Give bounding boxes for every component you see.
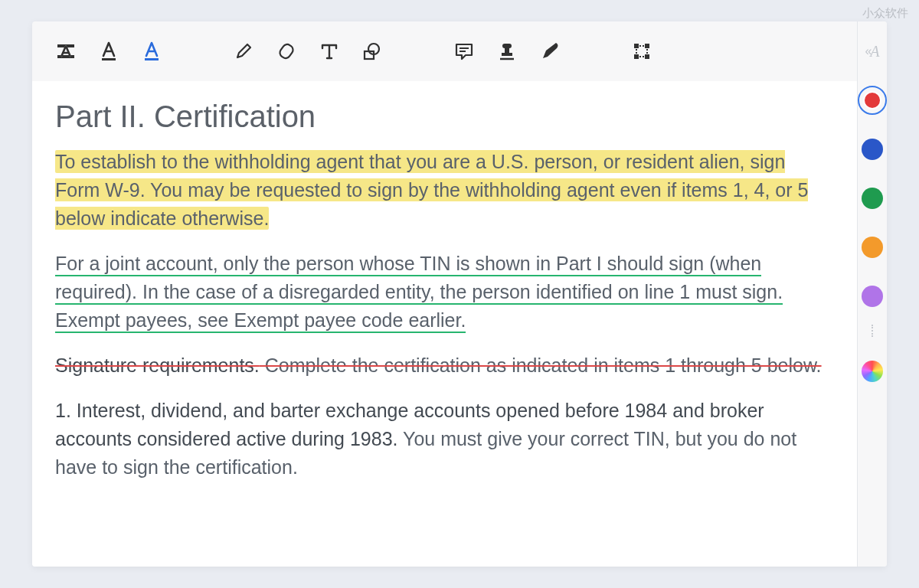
font-glyph-icon: A	[870, 43, 879, 60]
doc-heading: Part II. Certification	[55, 100, 834, 134]
text-style-icon[interactable]	[46, 31, 86, 71]
underline-span[interactable]: For a joint account, only the person who…	[55, 253, 783, 333]
swatch-dot	[862, 139, 883, 160]
note-icon[interactable]	[444, 31, 484, 71]
color-swatch-list	[858, 86, 887, 386]
doc-paragraph-strikeout: Signature requirements. Complete the cer…	[55, 351, 834, 380]
main-panel: Part II. Certification To establish to t…	[32, 21, 857, 567]
strike-span-b[interactable]: Complete the certification as indicated …	[260, 354, 822, 376]
underline-color-icon[interactable]	[132, 31, 172, 71]
app-window: Part II. Certification To establish to t…	[32, 21, 887, 567]
svg-rect-10	[634, 44, 639, 48]
color-side-panel: « A	[857, 21, 887, 567]
underline-icon[interactable]	[89, 31, 129, 71]
signature-icon[interactable]	[530, 31, 570, 71]
pencil-icon[interactable]	[224, 31, 263, 71]
document-view: Part II. Certification To establish to t…	[32, 81, 857, 567]
doc-paragraph-plain: 1. Interest, dividend, and barter exchan…	[55, 397, 834, 482]
svg-rect-1	[57, 55, 74, 58]
annotation-toolbar	[32, 21, 857, 81]
svg-rect-12	[634, 54, 639, 59]
swatch-dot	[862, 286, 883, 307]
color-swatch-blue[interactable]	[858, 135, 887, 164]
watermark-label: 小众软件	[862, 6, 908, 21]
draw-group	[224, 31, 392, 71]
strike-span-a[interactable]: Signature requirements.	[55, 354, 260, 376]
color-swatch-purple[interactable]	[858, 282, 887, 311]
text-insert-icon[interactable]	[309, 31, 349, 71]
select-area-icon[interactable]	[622, 31, 662, 71]
eraser-icon[interactable]	[267, 31, 306, 71]
color-swatch-custom[interactable]	[858, 357, 887, 386]
doc-paragraph-highlighted: To establish to the withholding agent th…	[55, 148, 834, 233]
swatch-dot	[863, 91, 881, 109]
chevron-left-icon: «	[865, 44, 868, 58]
shape-icon[interactable]	[352, 31, 392, 71]
side-panel-toggle[interactable]: « A	[865, 21, 879, 81]
text-style-group	[46, 31, 172, 71]
highlight-span[interactable]: To establish to the withholding agent th…	[55, 150, 808, 230]
color-swatch-red[interactable]	[858, 86, 887, 115]
swatch-dot	[862, 237, 883, 258]
stamp-icon[interactable]	[487, 31, 527, 71]
color-swatch-green[interactable]	[858, 184, 887, 213]
swatch-dot-gradient	[862, 361, 883, 382]
svg-rect-4	[278, 43, 295, 60]
svg-rect-13	[645, 54, 649, 59]
comment-group	[444, 31, 570, 71]
doc-paragraph-underlined: For a joint account, only the person who…	[55, 250, 834, 335]
swatch-divider	[872, 325, 873, 337]
color-swatch-orange[interactable]	[858, 233, 887, 262]
swatch-dot	[862, 188, 883, 209]
svg-rect-11	[645, 44, 649, 48]
